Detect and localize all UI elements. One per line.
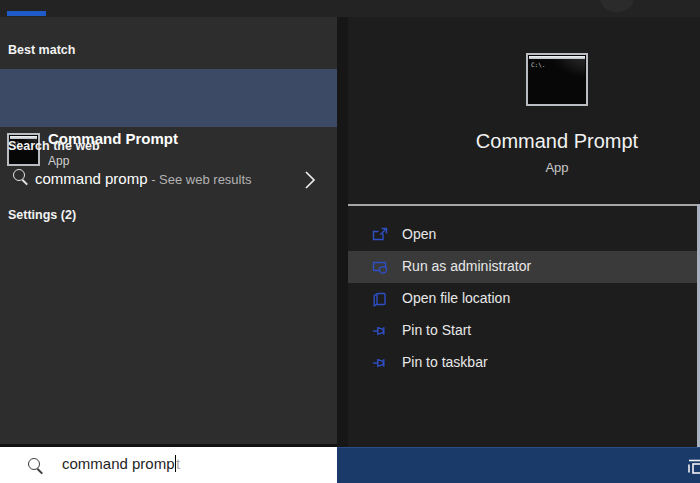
profile-circle bbox=[600, 0, 634, 12]
preview-app-type: App bbox=[414, 160, 700, 175]
preview-divider bbox=[348, 204, 700, 206]
search-input-text: command prompt bbox=[62, 455, 180, 472]
action-open-file-location[interactable]: Open file location bbox=[348, 283, 697, 315]
preview-panel: C:\. Command Prompt App Open Run as admi… bbox=[337, 17, 700, 447]
pin-icon bbox=[372, 355, 388, 371]
search-web-header: Search the web bbox=[8, 139, 100, 153]
web-suffix: - See web results bbox=[148, 172, 252, 187]
autocomplete-suggestion: t bbox=[176, 455, 180, 472]
scrollbar[interactable] bbox=[697, 204, 700, 447]
windows-search-flyout: Best match C:\ Command Prompt App Search… bbox=[0, 0, 700, 483]
best-match-header: Best match bbox=[8, 43, 75, 57]
search-icon bbox=[13, 169, 25, 181]
best-match-result[interactable]: C:\ Command Prompt App bbox=[0, 69, 337, 127]
taskbar bbox=[337, 447, 700, 483]
action-label: Pin to Start bbox=[402, 322, 471, 338]
search-icon bbox=[28, 458, 40, 470]
action-pin-to-taskbar[interactable]: Pin to taskbar bbox=[348, 347, 697, 379]
filter-tabs-bar bbox=[0, 0, 700, 17]
action-pin-to-start[interactable]: Pin to Start bbox=[348, 315, 697, 347]
command-prompt-icon-large: C:\. bbox=[526, 53, 588, 106]
task-view-icon[interactable] bbox=[685, 455, 700, 479]
action-label: Open file location bbox=[402, 290, 510, 306]
pin-icon bbox=[372, 323, 388, 339]
web-query: command promp bbox=[35, 170, 148, 187]
open-icon bbox=[372, 227, 388, 243]
action-label: Run as administrator bbox=[402, 258, 531, 274]
results-panel: Best match C:\ Command Prompt App Search… bbox=[0, 17, 337, 444]
admin-shield-icon bbox=[372, 259, 388, 275]
cmd-icon-text: C:\. bbox=[531, 61, 545, 68]
action-run-as-administrator[interactable]: Run as administrator bbox=[348, 251, 697, 283]
action-label: Open bbox=[402, 226, 436, 242]
action-open[interactable]: Open bbox=[348, 219, 697, 251]
panel-divider bbox=[337, 17, 348, 447]
preview-app-title: Command Prompt bbox=[414, 130, 700, 153]
action-label: Pin to taskbar bbox=[402, 354, 488, 370]
web-result-text: command promp - See web results bbox=[35, 170, 252, 187]
settings-header: Settings (2) bbox=[8, 208, 76, 222]
typed-query: command promp bbox=[62, 455, 175, 472]
cmd-icon-text: C:\ bbox=[11, 140, 20, 146]
taskbar-search-box[interactable]: command prompt bbox=[0, 447, 337, 483]
file-location-icon bbox=[372, 291, 388, 307]
chevron-right-icon[interactable] bbox=[302, 167, 318, 193]
web-search-result[interactable]: command promp - See web results bbox=[0, 161, 337, 199]
active-tab-indicator bbox=[7, 11, 46, 16]
